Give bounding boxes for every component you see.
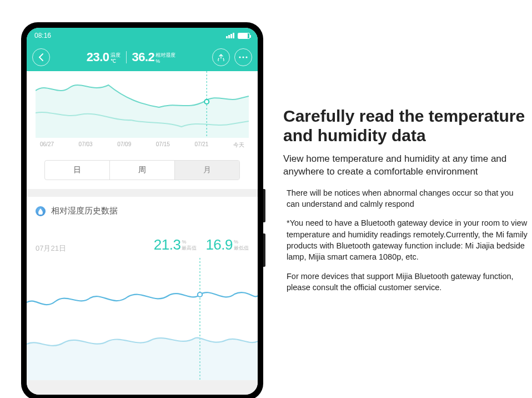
marketing-para-1: There will be notices when abnormal chan… xyxy=(283,187,528,210)
humidity-readout: 07月21日 21.3%最高值 16.9%最低值 xyxy=(27,225,258,258)
temp-unit: 温度℃ xyxy=(111,52,121,64)
tick: 07/09 xyxy=(117,141,131,149)
phone-frame: 08:16 23.0 温度℃ xyxy=(21,22,263,398)
temperature-chart[interactable] xyxy=(36,71,249,138)
phone-volume-up xyxy=(263,189,265,222)
marketing-subheading: View home temperature and humidity at an… xyxy=(283,153,528,178)
temperature-chart-card: 06/27 07/03 07/09 07/15 07/21 今天 日 周 月 xyxy=(27,71,258,189)
chevron-left-icon xyxy=(38,53,44,61)
humidity-max: 21.3%最高值 xyxy=(154,236,197,253)
tick: 今天 xyxy=(233,141,244,149)
marketing-copy: Carefully read the temperature and humid… xyxy=(283,107,528,301)
svg-point-2 xyxy=(245,56,247,58)
phone-screen: 08:16 23.0 温度℃ xyxy=(27,28,258,395)
header-humidity: 36.2 相对湿度% xyxy=(132,50,176,64)
battery-icon xyxy=(238,33,250,39)
humidity-chart[interactable] xyxy=(27,258,258,380)
upload-icon xyxy=(217,53,225,61)
temperature-chart-xticks: 06/27 07/03 07/09 07/15 07/21 今天 xyxy=(36,138,249,156)
more-horizontal-icon xyxy=(239,56,248,58)
svg-point-0 xyxy=(239,56,240,58)
status-time: 08:16 xyxy=(34,32,51,39)
humidity-card: 相对湿度历史数据 07月21日 21.3%最高值 16.9%最低值 xyxy=(27,197,258,380)
tick: 07/15 xyxy=(156,141,170,149)
period-segment: 日 周 月 xyxy=(44,160,240,180)
segment-month[interactable]: 月 xyxy=(175,161,239,180)
header-actions xyxy=(212,48,252,66)
marketing-para-3: For more devices that support Mijia Blue… xyxy=(283,271,528,293)
humid-unit: 相对湿度% xyxy=(155,52,175,64)
signal-icon xyxy=(226,33,234,38)
humidity-title-text: 相对湿度历史数据 xyxy=(51,206,118,216)
phone-volume-down xyxy=(263,233,265,267)
svg-point-1 xyxy=(242,56,244,58)
humidity-min: 16.9%最低值 xyxy=(205,236,249,253)
humidity-date: 07月21日 xyxy=(36,243,66,253)
humidity-values: 21.3%最高值 16.9%最低值 xyxy=(154,236,249,253)
svg-point-4 xyxy=(204,100,209,104)
more-button[interactable] xyxy=(234,48,252,66)
tick: 06/27 xyxy=(40,141,54,149)
back-button[interactable] xyxy=(32,48,50,66)
humidity-section-title: 相对湿度历史数据 xyxy=(27,197,258,225)
content-area[interactable]: 06/27 07/03 07/09 07/15 07/21 今天 日 周 月 xyxy=(27,71,258,395)
section-gap xyxy=(27,189,258,197)
tick: 07/03 xyxy=(79,141,93,149)
marketing-para-2: *You need to have a Bluetooth gateway de… xyxy=(283,217,528,262)
marketing-heading: Carefully read the temperature and humid… xyxy=(283,107,528,145)
header-separator xyxy=(126,51,127,63)
app-header: 23.0 温度℃ 36.2 相对湿度% xyxy=(27,43,258,71)
header-metrics: 23.0 温度℃ 36.2 相对湿度% xyxy=(50,50,212,64)
segment-day[interactable]: 日 xyxy=(45,161,110,180)
water-drop-icon xyxy=(36,206,46,216)
segment-week[interactable]: 周 xyxy=(110,161,175,180)
svg-point-6 xyxy=(198,292,202,297)
period-segment-wrap: 日 周 月 xyxy=(36,156,249,189)
header-temperature: 23.0 温度℃ xyxy=(87,50,121,64)
temp-value: 23.0 xyxy=(87,50,109,64)
status-icons xyxy=(226,33,250,39)
share-button[interactable] xyxy=(212,48,230,66)
tick: 07/21 xyxy=(194,141,208,149)
status-bar: 08:16 xyxy=(27,28,258,43)
humid-value: 36.2 xyxy=(132,50,155,64)
